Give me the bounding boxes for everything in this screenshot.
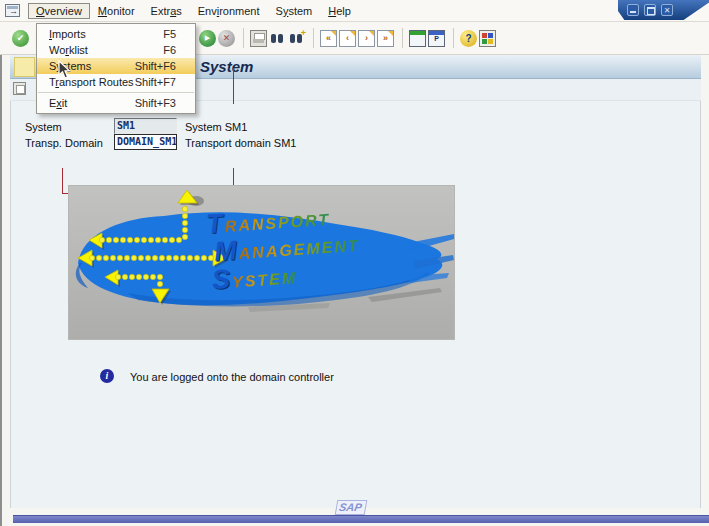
title-bar-left-accent xyxy=(14,57,35,77)
label-part: verview xyxy=(45,5,82,17)
help-icon[interactable]: ? xyxy=(460,30,477,47)
menu-overview[interactable]: Overview xyxy=(28,3,90,19)
enter-icon-glyph: ✔ xyxy=(17,33,25,43)
menu-help[interactable]: Help xyxy=(320,3,359,19)
menu-system[interactable]: System xyxy=(268,3,321,19)
next-page-icon-glyph: › xyxy=(365,33,368,43)
menu-environment[interactable]: Environment xyxy=(190,3,268,19)
app-toolbar-icon[interactable] xyxy=(13,82,26,95)
menu-item-shortcut: Shift+F6 xyxy=(135,60,176,72)
menu-extras[interactable]: Extras xyxy=(143,3,190,19)
toolbar-separator xyxy=(402,28,403,48)
shortcut-icon[interactable]: P xyxy=(428,30,445,47)
tms-word-initial: S xyxy=(211,264,233,295)
label-part: S xyxy=(276,5,283,17)
window-left-edge xyxy=(0,0,2,526)
status-message: You are logged onto the domain controlle… xyxy=(130,371,334,383)
tms-word-rest: RANSPORT xyxy=(224,211,330,235)
label-part: elp xyxy=(336,5,351,17)
transport-domain-field-label: Transp. Domain xyxy=(25,137,103,149)
sap-gui-window: OverviewMonitorExtrasEnvironmentSystemHe… xyxy=(0,0,709,526)
annotation-line-vertical-top xyxy=(233,68,234,104)
system-field-label: System xyxy=(25,121,62,133)
label-part: ronment xyxy=(219,5,259,17)
first-page-icon-glyph: « xyxy=(326,33,331,43)
label-part: it xyxy=(62,97,68,109)
last-page-icon[interactable]: » xyxy=(377,30,394,47)
label-part: stem xyxy=(288,5,312,17)
system-menu-icon[interactable] xyxy=(5,4,20,17)
menu-item-label: Imports xyxy=(49,28,86,40)
find-next-icon[interactable]: + xyxy=(288,30,305,47)
menu-separator xyxy=(38,92,194,93)
new-session-icon[interactable] xyxy=(409,30,426,47)
previous-page-icon[interactable]: ‹ xyxy=(339,30,356,47)
menu-item-label: Worklist xyxy=(49,44,88,56)
maximize-icon[interactable] xyxy=(644,4,656,16)
menu-item-label: Exit xyxy=(49,97,67,109)
menu-item-imports[interactable]: ImportsF5 xyxy=(37,26,195,42)
menu-item-shortcut: F6 xyxy=(163,44,176,56)
menu-item-shortcut: F5 xyxy=(163,28,176,40)
tms-logo-image: TRANSPORT MANAGEMENT SYSTEM xyxy=(68,185,455,340)
menu-item-worklist[interactable]: WorklistF6 xyxy=(37,42,195,58)
print-icon[interactable] xyxy=(250,30,267,47)
mouse-cursor xyxy=(57,60,72,80)
annotation-bracket-left-vertical xyxy=(62,168,63,194)
continue-icon[interactable]: ▶ xyxy=(199,30,216,47)
sap-logo: SAP xyxy=(335,500,367,515)
menu-bar: OverviewMonitorExtrasEnvironmentSystemHe… xyxy=(0,0,709,22)
tms-word-initial: T xyxy=(205,208,226,239)
label-part: klist xyxy=(69,44,88,56)
enter-icon[interactable]: ✔ xyxy=(12,30,29,47)
menu-item-shortcut: Shift+F3 xyxy=(135,97,176,109)
toolbar-separator xyxy=(313,28,314,48)
label-part: Extr xyxy=(151,5,171,17)
close-icon[interactable]: ✕ xyxy=(661,4,673,16)
label-part: Env xyxy=(198,5,217,17)
label-part: onitor xyxy=(107,5,135,17)
first-page-icon[interactable]: « xyxy=(320,30,337,47)
cancel-icon[interactable]: ✕ xyxy=(218,30,235,47)
continue-icon-glyph: ▶ xyxy=(205,34,210,42)
customize-icon[interactable] xyxy=(479,30,496,47)
tms-word-rest: YSTEM xyxy=(232,269,298,291)
label-part: H xyxy=(328,5,336,17)
menu-monitor[interactable]: Monitor xyxy=(90,3,143,19)
menu-item-exit[interactable]: ExitShift+F3 xyxy=(37,95,195,111)
help-icon-glyph: ? xyxy=(465,33,471,44)
tms-word-rest: ANAGEMENT xyxy=(238,237,360,262)
last-page-icon-glyph: » xyxy=(383,33,388,43)
tms-word-initial: M xyxy=(213,235,240,267)
label-part: mports xyxy=(52,28,86,40)
tms-logo-text: TRANSPORT MANAGEMENT SYSTEM xyxy=(205,202,362,296)
shortcut-icon-glyph: P xyxy=(434,35,439,42)
label-part: Wo xyxy=(49,44,65,56)
previous-page-icon-glyph: ‹ xyxy=(346,33,349,43)
system-field[interactable]: SM1 xyxy=(114,118,177,134)
menu-item-shortcut: Shift+F7 xyxy=(135,76,176,88)
label-part: O xyxy=(36,5,45,17)
toolbar-separator xyxy=(453,28,454,48)
label-part: s xyxy=(176,5,182,17)
page-title: System xyxy=(200,58,253,75)
toolbar-separator xyxy=(243,28,244,48)
info-icon: i xyxy=(100,369,114,383)
transport-domain-field[interactable]: DOMAIN_SM1 xyxy=(114,134,177,150)
find-next-icon-glyph: + xyxy=(301,28,306,38)
transport-domain-field-description: Transport domain SM1 xyxy=(185,137,296,149)
next-page-icon[interactable]: › xyxy=(358,30,375,47)
bottom-bar xyxy=(13,515,709,523)
label-part: M xyxy=(98,5,107,17)
label-part: ems xyxy=(70,60,91,72)
system-field-description: System SM1 xyxy=(185,121,247,133)
find-icon[interactable] xyxy=(269,30,286,47)
minimize-icon[interactable] xyxy=(627,4,639,16)
cancel-icon-glyph: ✕ xyxy=(223,33,231,43)
